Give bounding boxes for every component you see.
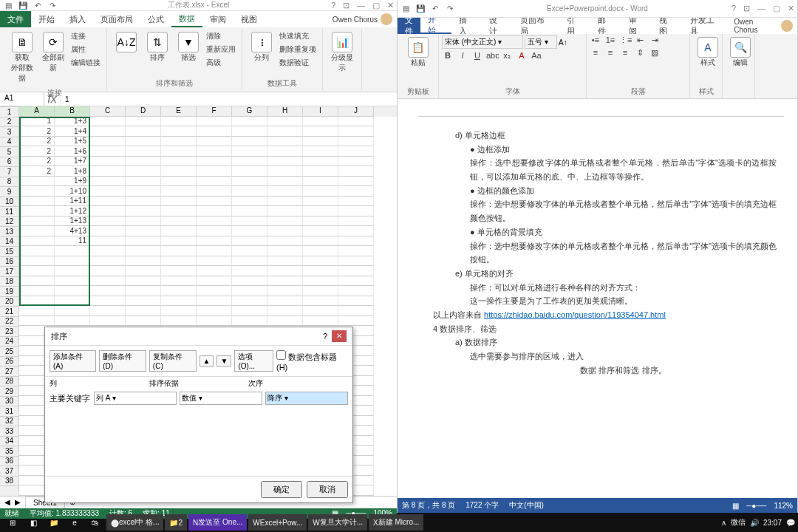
row-header[interactable]: 25 <box>0 347 18 357</box>
cell[interactable] <box>55 286 90 296</box>
cell[interactable]: 1+3 <box>55 117 90 127</box>
cell[interactable]: 1+12 <box>55 206 90 216</box>
cell[interactable] <box>232 306 267 316</box>
cell[interactable] <box>126 206 161 216</box>
row-header[interactable]: 12 <box>0 217 18 228</box>
col-header[interactable]: D <box>126 106 161 117</box>
cell[interactable] <box>338 216 374 227</box>
cell[interactable] <box>161 256 197 267</box>
styles-button[interactable]: A样式 <box>693 35 723 69</box>
cell[interactable] <box>161 157 197 167</box>
col-header[interactable]: A <box>19 106 55 117</box>
taskview-button[interactable]: ◧ <box>24 514 43 531</box>
cell[interactable] <box>90 146 126 157</box>
row-header[interactable]: 9 <box>0 187 18 197</box>
cell[interactable] <box>267 256 303 267</box>
tab-view[interactable]: 视图 <box>652 18 683 34</box>
align-center-button[interactable]: ≡ <box>604 48 616 58</box>
cell[interactable] <box>267 206 303 216</box>
row-header[interactable]: 15 <box>0 247 18 257</box>
cell[interactable] <box>267 186 303 197</box>
cell[interactable] <box>161 216 197 227</box>
row-header[interactable]: 26 <box>0 357 18 367</box>
language[interactable]: 中文(中国) <box>509 500 544 511</box>
reapply-button[interactable]: 重新应用 <box>205 44 237 55</box>
cell[interactable]: 1+9 <box>55 177 90 187</box>
outline-button[interactable]: 📊分级显示 <box>327 30 357 75</box>
dialog-close-icon[interactable]: ✕ <box>332 330 347 342</box>
tab-layout[interactable]: 页面布局 <box>513 18 559 34</box>
cell[interactable] <box>232 157 267 167</box>
cell[interactable] <box>232 137 267 147</box>
tab-dev[interactable]: 开发工具 <box>683 18 729 34</box>
cell[interactable] <box>161 137 197 147</box>
taskbar-item[interactable]: W 复旦大学计... <box>308 514 367 531</box>
row-header[interactable]: 17 <box>0 267 18 277</box>
edge-icon[interactable]: e <box>65 514 84 531</box>
add-level-button[interactable]: 添加条件(A) <box>50 350 96 372</box>
undo-icon[interactable]: ↶ <box>430 4 440 14</box>
zoom-slider[interactable]: ─●── <box>746 502 766 510</box>
name-box[interactable]: A1 <box>0 92 44 106</box>
cell[interactable] <box>232 117 267 127</box>
avatar[interactable] <box>781 20 793 32</box>
options-button[interactable]: 选项(O)... <box>234 350 273 372</box>
cell[interactable] <box>232 266 267 276</box>
cell[interactable] <box>303 296 338 307</box>
move-up-button[interactable]: ▲ <box>200 355 214 366</box>
col-header[interactable]: G <box>232 106 267 117</box>
cell[interactable] <box>338 126 374 137</box>
cell[interactable] <box>126 126 161 137</box>
cell[interactable] <box>161 266 197 276</box>
cell[interactable]: 2 <box>19 126 55 137</box>
taskbar-item[interactable]: 📁 2 <box>165 514 187 531</box>
get-external-data-button[interactable]: 🗎获取 外部数据 <box>7 30 37 85</box>
cell[interactable] <box>55 296 90 307</box>
tab-layout[interactable]: 页面布局 <box>93 11 140 27</box>
cell[interactable] <box>267 296 303 307</box>
row-header[interactable]: 31 <box>0 406 18 417</box>
cell[interactable] <box>232 126 267 137</box>
row-header[interactable]: 18 <box>0 277 18 287</box>
cell[interactable] <box>303 146 338 157</box>
cell[interactable] <box>126 276 161 287</box>
cell[interactable] <box>303 266 338 276</box>
data-validation-button[interactable]: 数据验证 <box>278 57 318 69</box>
table-row[interactable] <box>19 246 397 256</box>
cell[interactable] <box>267 157 303 167</box>
cell[interactable] <box>338 197 374 207</box>
cell[interactable] <box>126 296 161 307</box>
table-row[interactable]: 1+10 <box>19 186 397 197</box>
row-header[interactable]: 10 <box>0 197 18 208</box>
table-row[interactable] <box>19 266 397 276</box>
cell[interactable] <box>161 186 197 197</box>
cell[interactable] <box>303 197 338 207</box>
cell[interactable] <box>338 246 374 256</box>
cell[interactable] <box>197 226 232 236</box>
cell[interactable] <box>232 246 267 256</box>
cell[interactable]: 2 <box>19 146 55 157</box>
cell[interactable]: 2 <box>19 157 55 167</box>
avatar[interactable] <box>381 13 392 25</box>
cell[interactable] <box>232 296 267 307</box>
save-icon[interactable]: 💾 <box>415 4 426 14</box>
col-header[interactable]: B <box>55 106 90 117</box>
header-checkbox[interactable]: 数据包含标题(H) <box>276 350 348 372</box>
table-row[interactable] <box>19 296 397 307</box>
table-row[interactable]: 11+3 <box>19 117 397 127</box>
cell[interactable] <box>338 266 374 276</box>
cell[interactable] <box>303 316 338 327</box>
cell[interactable] <box>19 216 55 227</box>
row-header[interactable]: 24 <box>0 337 18 347</box>
table-row[interactable]: 21+4 <box>19 126 397 137</box>
cell[interactable] <box>197 296 232 307</box>
cell[interactable] <box>232 206 267 216</box>
row-header[interactable]: 8 <box>0 177 18 188</box>
cell[interactable] <box>90 286 126 296</box>
table-row[interactable] <box>19 276 397 287</box>
cell[interactable] <box>90 157 126 167</box>
spreadsheet-grid[interactable]: 1234567891011121314151617181920212223242… <box>0 106 397 496</box>
cell[interactable] <box>161 126 197 137</box>
cell[interactable] <box>338 306 374 316</box>
delete-level-button[interactable]: 删除条件(D) <box>99 350 146 372</box>
